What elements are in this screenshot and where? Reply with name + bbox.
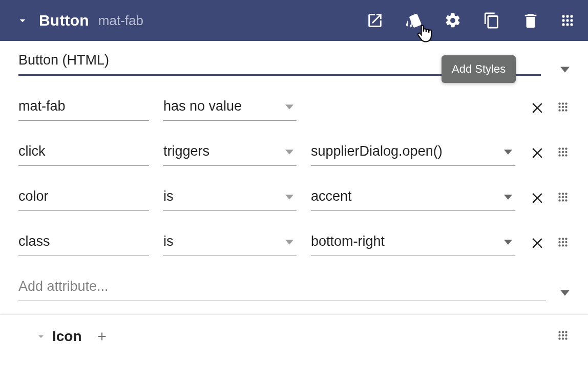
delete-button[interactable] bbox=[520, 10, 541, 31]
svg-point-12 bbox=[558, 106, 560, 108]
attr-row bbox=[18, 230, 570, 256]
attr-value-input[interactable] bbox=[311, 185, 515, 211]
svg-point-37 bbox=[562, 238, 564, 240]
svg-point-13 bbox=[562, 106, 564, 108]
attr-drag-handle[interactable] bbox=[556, 190, 570, 206]
attr-drag-handle[interactable] bbox=[556, 236, 570, 251]
svg-point-34 bbox=[562, 199, 564, 201]
chevron-down-icon bbox=[16, 14, 29, 27]
child-drag-handle[interactable] bbox=[556, 329, 570, 344]
svg-point-22 bbox=[562, 151, 564, 153]
svg-point-44 bbox=[565, 244, 567, 246]
svg-point-35 bbox=[565, 199, 567, 201]
add-attribute-input[interactable] bbox=[18, 275, 546, 301]
attr-drag-handle[interactable] bbox=[556, 145, 570, 161]
svg-point-42 bbox=[558, 244, 560, 246]
close-icon bbox=[530, 144, 545, 160]
svg-point-33 bbox=[558, 199, 560, 201]
attr-value-input[interactable] bbox=[311, 230, 515, 256]
drag-indicator-icon bbox=[556, 145, 570, 159]
attr-name-input[interactable] bbox=[18, 95, 149, 121]
svg-point-47 bbox=[565, 331, 567, 333]
svg-point-24 bbox=[558, 154, 560, 156]
attr-remove-button[interactable] bbox=[530, 189, 545, 207]
svg-point-21 bbox=[558, 151, 560, 153]
svg-point-1 bbox=[566, 15, 569, 17]
component-name-menu[interactable] bbox=[555, 67, 570, 76]
svg-point-39 bbox=[558, 241, 560, 243]
trash-icon bbox=[522, 12, 539, 29]
child-add-button[interactable] bbox=[93, 328, 111, 345]
add-attribute-row bbox=[18, 275, 570, 301]
add-styles-button[interactable]: Add Styles bbox=[404, 10, 424, 31]
svg-point-7 bbox=[566, 23, 569, 26]
attr-row bbox=[18, 95, 570, 121]
panel-title: Button bbox=[39, 12, 89, 29]
attr-name-input[interactable] bbox=[18, 140, 149, 166]
dropdown-caret-icon bbox=[560, 67, 570, 73]
svg-point-53 bbox=[565, 337, 567, 339]
svg-point-23 bbox=[565, 151, 567, 153]
attr-remove-button[interactable] bbox=[530, 99, 545, 117]
chevron-down-icon bbox=[35, 330, 47, 343]
drag-indicator-icon bbox=[556, 100, 570, 114]
header-actions: Add Styles bbox=[365, 10, 576, 31]
attr-remove-button[interactable] bbox=[530, 144, 545, 162]
svg-point-11 bbox=[565, 102, 567, 104]
drag-indicator-icon bbox=[556, 329, 570, 342]
attr-name-input[interactable] bbox=[18, 185, 149, 211]
attr-row bbox=[18, 185, 570, 211]
close-icon bbox=[530, 189, 545, 205]
drag-indicator-icon bbox=[559, 12, 576, 29]
svg-point-29 bbox=[565, 193, 567, 195]
svg-point-14 bbox=[565, 106, 567, 108]
attr-remove-button[interactable] bbox=[530, 235, 545, 252]
close-icon bbox=[530, 235, 545, 250]
attr-op-select[interactable] bbox=[163, 185, 297, 211]
attr-name-input[interactable] bbox=[18, 230, 149, 256]
svg-point-41 bbox=[565, 241, 567, 243]
header-bar: Button mat-fab Add Styles bbox=[0, 0, 588, 41]
child-title: Icon bbox=[52, 328, 82, 345]
svg-point-5 bbox=[570, 19, 573, 22]
attr-value-input[interactable] bbox=[311, 140, 515, 166]
svg-point-3 bbox=[562, 19, 564, 22]
svg-point-6 bbox=[562, 23, 564, 26]
svg-point-0 bbox=[562, 15, 564, 17]
svg-point-9 bbox=[558, 102, 560, 104]
svg-point-25 bbox=[562, 154, 564, 156]
svg-point-31 bbox=[562, 196, 564, 198]
child-collapse-toggle[interactable] bbox=[30, 330, 52, 343]
svg-point-4 bbox=[566, 19, 569, 22]
tooltip: Add Styles bbox=[442, 55, 516, 83]
collapse-toggle[interactable] bbox=[10, 14, 35, 27]
gear-icon bbox=[444, 12, 461, 29]
drag-indicator-icon bbox=[556, 236, 570, 249]
child-panel: Icon bbox=[0, 314, 588, 358]
svg-point-18 bbox=[558, 147, 560, 150]
svg-point-19 bbox=[562, 147, 564, 150]
panel-subtitle: mat-fab bbox=[98, 13, 143, 29]
attr-drag-handle[interactable] bbox=[556, 100, 570, 116]
drag-handle[interactable] bbox=[559, 10, 576, 31]
svg-point-49 bbox=[562, 334, 564, 336]
svg-point-2 bbox=[570, 15, 573, 17]
copy-button[interactable] bbox=[481, 10, 502, 31]
attr-row bbox=[18, 140, 570, 166]
dropdown-caret-icon bbox=[560, 290, 570, 296]
svg-point-51 bbox=[558, 337, 560, 339]
style-tag-icon bbox=[405, 12, 423, 29]
attr-op-select[interactable] bbox=[163, 95, 297, 121]
settings-button[interactable] bbox=[443, 10, 463, 31]
svg-point-16 bbox=[562, 109, 564, 111]
open-external-button[interactable] bbox=[365, 10, 385, 31]
svg-point-28 bbox=[562, 193, 564, 195]
add-attribute-menu[interactable] bbox=[560, 289, 570, 301]
attr-op-select[interactable] bbox=[163, 230, 297, 256]
svg-point-8 bbox=[570, 23, 573, 26]
plus-icon bbox=[95, 330, 109, 343]
copy-icon bbox=[483, 12, 500, 29]
attr-op-select[interactable] bbox=[163, 140, 297, 166]
svg-point-46 bbox=[562, 331, 564, 333]
svg-point-27 bbox=[558, 193, 560, 195]
